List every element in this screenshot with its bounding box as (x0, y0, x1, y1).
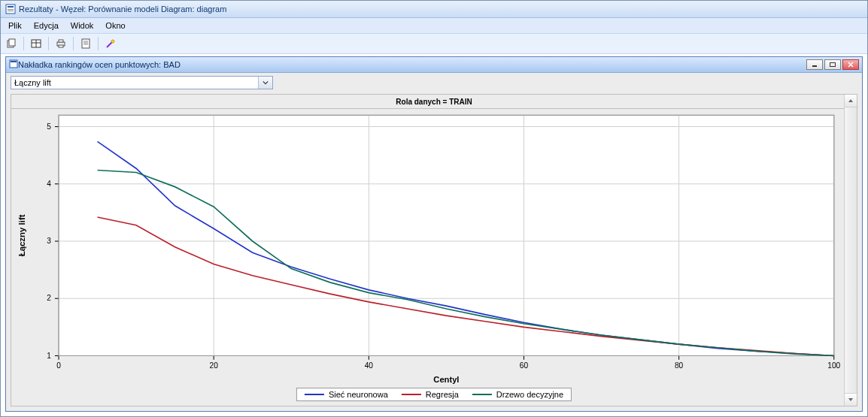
svg-text:20: 20 (210, 361, 219, 370)
svg-rect-5 (9, 39, 15, 46)
scroll-down-icon[interactable] (845, 393, 857, 406)
menu-edit[interactable]: Edycja (28, 20, 65, 32)
menu-view[interactable]: Widok (65, 20, 100, 32)
app-icon (5, 4, 16, 14)
legend-label: Regresja (426, 390, 459, 399)
svg-rect-3 (8, 11, 14, 11)
chevron-down-icon[interactable] (258, 77, 272, 89)
metric-combo-input[interactable] (11, 77, 258, 89)
svg-text:80: 80 (675, 361, 684, 370)
legend-label: Drzewo decyzyjne (496, 390, 563, 399)
wizard-icon[interactable] (103, 36, 118, 51)
svg-rect-10 (59, 40, 63, 42)
svg-text:100: 100 (827, 361, 840, 370)
mdi-workspace: Nakładka rankingów ocen punktowych: BAD (1, 54, 867, 416)
scroll-track[interactable] (845, 107, 857, 393)
svg-rect-1 (8, 6, 14, 8)
inner-body: Rola danych = TRAIN 02040608010012345Cen… (6, 73, 862, 411)
vertical-scrollbar[interactable] (844, 95, 857, 406)
chart-window: Nakładka rankingów ocen punktowych: BAD (5, 56, 863, 412)
notes-icon[interactable] (78, 36, 93, 51)
table-icon[interactable] (29, 36, 44, 51)
menu-bar: Plik Edycja Widok Okno (1, 18, 867, 34)
menu-window[interactable]: Okno (99, 20, 131, 32)
svg-text:4: 4 (47, 180, 51, 188)
legend-swatch (305, 394, 324, 395)
print-icon[interactable] (53, 36, 68, 51)
legend-label: Sieć neuronowa (329, 390, 388, 399)
selector-row (6, 73, 862, 92)
legend-item: Drzewo decyzyjne (472, 390, 563, 399)
copy-icon[interactable] (4, 36, 19, 51)
minimize-button[interactable] (806, 59, 823, 70)
chart-legend: Sieć neuronowaRegresjaDrzewo decyzyjne (296, 388, 572, 401)
svg-rect-12 (82, 39, 90, 48)
svg-text:5: 5 (47, 122, 51, 131)
svg-text:Łączny lift: Łączny lift (17, 214, 26, 256)
menu-file[interactable]: Plik (2, 20, 28, 32)
lift-chart: 02040608010012345CentylŁączny lift (11, 109, 845, 406)
svg-text:60: 60 (520, 361, 529, 370)
toolbar (1, 34, 867, 54)
svg-point-16 (111, 40, 114, 43)
svg-text:0: 0 (56, 361, 61, 370)
close-button[interactable] (842, 59, 859, 70)
chart-strip-title: Rola danych = TRAIN (11, 95, 857, 109)
svg-text:1: 1 (47, 351, 51, 359)
svg-text:3: 3 (47, 237, 51, 245)
scroll-up-icon[interactable] (845, 95, 857, 107)
legend-item: Sieć neuronowa (305, 390, 388, 399)
svg-text:40: 40 (365, 361, 374, 370)
app-window: Rezultaty - Węzeł: Porównanie modeli Dia… (0, 0, 868, 417)
inner-title-bar: Nakładka rankingów ocen punktowych: BAD (6, 57, 862, 73)
svg-text:Centyl: Centyl (433, 375, 459, 384)
inner-window-icon (9, 59, 18, 70)
svg-text:2: 2 (47, 294, 51, 302)
svg-rect-2 (8, 9, 14, 10)
inner-window-title: Nakładka rankingów ocen punktowych: BAD (18, 60, 181, 69)
svg-rect-20 (830, 63, 836, 67)
chart-panel: Rola danych = TRAIN 02040608010012345Cen… (11, 94, 857, 406)
svg-rect-18 (11, 61, 17, 62)
window-title: Rezultaty - Węzeł: Porównanie modeli Dia… (19, 5, 226, 14)
maximize-button[interactable] (824, 59, 841, 70)
chart-area: 02040608010012345CentylŁączny lift Sieć … (11, 109, 857, 406)
svg-rect-23 (59, 115, 834, 355)
legend-item: Regresja (402, 390, 459, 399)
legend-swatch (402, 394, 421, 395)
metric-combo[interactable] (11, 76, 273, 89)
title-bar: Rezultaty - Węzeł: Porównanie modeli Dia… (1, 1, 867, 18)
svg-rect-11 (59, 45, 63, 47)
legend-swatch (472, 394, 492, 395)
